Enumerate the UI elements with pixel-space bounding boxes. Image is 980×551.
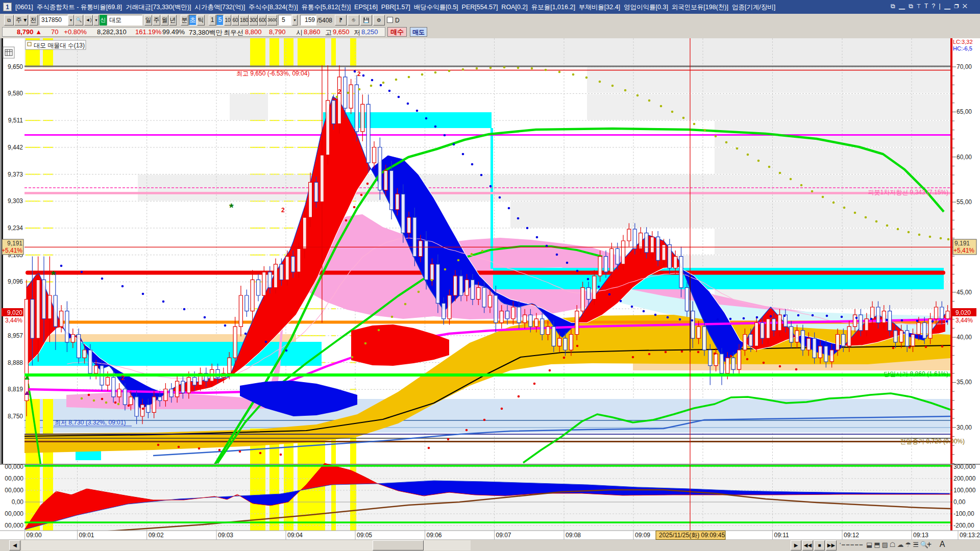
svg-text:3,44%: 3,44% bbox=[955, 317, 973, 324]
svg-text:8,819: 8,819 bbox=[8, 386, 23, 393]
svg-text:70,00: 70,00 bbox=[957, 63, 972, 70]
svg-text:09:03: 09:03 bbox=[218, 532, 233, 539]
svg-text:00,000: 00,000 bbox=[5, 522, 23, 529]
svg-text:0,00: 0,00 bbox=[953, 498, 966, 506]
svg-text:40,00: 40,00 bbox=[957, 334, 972, 341]
svg-text:09:04: 09:04 bbox=[287, 532, 303, 539]
svg-text:09:00: 09:00 bbox=[27, 532, 42, 539]
svg-text:+5,41%: +5,41% bbox=[2, 247, 22, 254]
svg-text:09:02: 09:02 bbox=[149, 532, 164, 539]
svg-text:9,191: 9,191 bbox=[7, 240, 22, 247]
svg-text:9,234: 9,234 bbox=[8, 224, 23, 232]
svg-text:65,00: 65,00 bbox=[957, 108, 972, 115]
svg-text:00,000: 00,000 bbox=[5, 463, 23, 470]
svg-text:00,000: 00,000 bbox=[5, 475, 23, 482]
svg-text:200,000: 200,000 bbox=[953, 475, 976, 482]
svg-text:-200,00: -200,00 bbox=[953, 522, 974, 529]
svg-text:35,00: 35,00 bbox=[957, 379, 972, 386]
svg-text:09:12: 09:12 bbox=[844, 532, 859, 539]
svg-text:8,750: 8,750 bbox=[8, 413, 23, 420]
svg-text:00,000: 00,000 bbox=[5, 487, 23, 494]
svg-text:최저 8,730 (3.32%, 09:01): 최저 8,730 (3.32%, 09:01) bbox=[55, 419, 126, 426]
svg-text:9,020: 9,020 bbox=[955, 309, 971, 316]
svg-text:09:09: 09:09 bbox=[635, 532, 650, 539]
svg-text:30,00: 30,00 bbox=[957, 424, 972, 431]
svg-text:9,303: 9,303 bbox=[8, 197, 23, 205]
svg-text:9,580: 9,580 bbox=[8, 90, 23, 97]
svg-text:09:07: 09:07 bbox=[496, 532, 511, 539]
svg-text:9,096: 9,096 bbox=[8, 278, 23, 285]
svg-text:9,442: 9,442 bbox=[8, 144, 23, 151]
svg-text:09:05: 09:05 bbox=[357, 532, 372, 539]
svg-text:0,00: 0,00 bbox=[12, 498, 24, 506]
svg-text:9,020: 9,020 bbox=[7, 309, 22, 316]
svg-text:60,00: 60,00 bbox=[957, 154, 972, 161]
svg-text:45,00: 45,00 bbox=[957, 289, 972, 296]
svg-text:09:13:2: 09:13:2 bbox=[960, 532, 980, 539]
svg-text:-100,00: -100,00 bbox=[953, 510, 974, 517]
svg-text:2: 2 bbox=[281, 207, 285, 214]
svg-text:전일종가 8,720 (0.00%): 전일종가 8,720 (0.00%) bbox=[900, 438, 965, 445]
svg-text:09:08: 09:08 bbox=[566, 532, 581, 539]
svg-text:00,000: 00,000 bbox=[5, 510, 23, 517]
svg-text:8,888: 8,888 bbox=[8, 359, 23, 366]
svg-text:09:06: 09:06 bbox=[427, 532, 442, 539]
svg-text:LC:3,32: LC:3,32 bbox=[953, 39, 973, 45]
svg-text:대모 매물대 수(13): 대모 매물대 수(13) bbox=[34, 42, 85, 49]
svg-text:55,00: 55,00 bbox=[957, 198, 972, 206]
svg-text:9,511: 9,511 bbox=[8, 117, 23, 124]
svg-text:8,957: 8,957 bbox=[8, 332, 23, 339]
svg-text:피봇1차저항선 9,343 (7.15%): 피봇1차저항선 9,343 (7.15%) bbox=[868, 189, 948, 196]
svg-text:9,650: 9,650 bbox=[8, 63, 23, 70]
svg-text:100,000: 100,000 bbox=[953, 487, 976, 494]
svg-text:2025/11/25(화) 09:09:45: 2025/11/25(화) 09:09:45 bbox=[659, 532, 725, 539]
svg-text:2: 2 bbox=[357, 70, 361, 78]
svg-text:9,191: 9,191 bbox=[954, 240, 970, 247]
svg-text:+5,41%: +5,41% bbox=[953, 247, 974, 254]
svg-text:*: * bbox=[51, 268, 56, 281]
svg-text:09:01: 09:01 bbox=[79, 532, 94, 539]
svg-text:3,44%: 3,44% bbox=[5, 317, 22, 324]
svg-text:당일시가 8,860 (1.61%): 당일시가 8,860 (1.61%) bbox=[884, 370, 948, 378]
svg-text:09:13: 09:13 bbox=[913, 532, 928, 539]
svg-text:300,000: 300,000 bbox=[953, 463, 976, 470]
svg-text:*: * bbox=[229, 201, 234, 214]
svg-text:09:11: 09:11 bbox=[774, 532, 789, 539]
svg-text:9,373: 9,373 bbox=[8, 171, 23, 178]
svg-text:최고 9,650 (-6.53%, 09:04): 최고 9,650 (-6.53%, 09:04) bbox=[236, 70, 309, 77]
svg-text:2: 2 bbox=[338, 88, 341, 95]
svg-text:HC:-6,5: HC:-6,5 bbox=[953, 45, 972, 52]
svg-text:2: 2 bbox=[121, 374, 125, 382]
